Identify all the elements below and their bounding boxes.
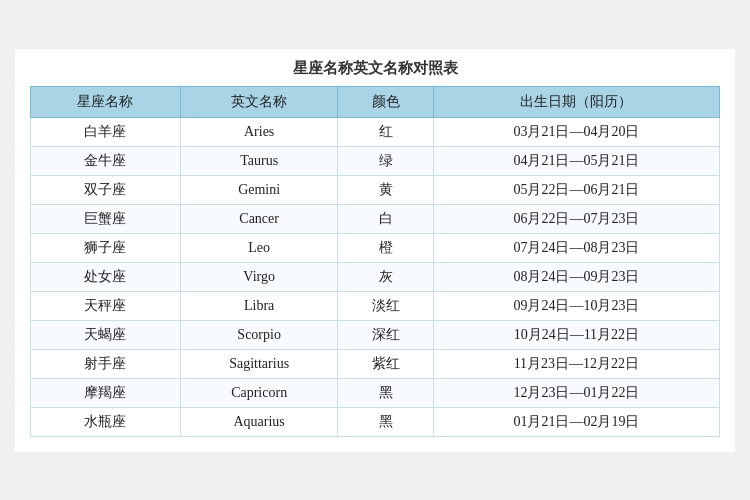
cell-color: 黄 bbox=[338, 175, 433, 204]
cell-color: 黑 bbox=[338, 378, 433, 407]
cell-english: Capricorn bbox=[180, 378, 337, 407]
cell-color: 黑 bbox=[338, 407, 433, 436]
cell-color: 白 bbox=[338, 204, 433, 233]
cell-english: Aquarius bbox=[180, 407, 337, 436]
cell-color: 橙 bbox=[338, 233, 433, 262]
cell-english: Libra bbox=[180, 291, 337, 320]
zodiac-table: 星座名称 英文名称 颜色 出生日期（阳历） 白羊座Aries红03月21日—04… bbox=[30, 86, 720, 437]
table-row: 水瓶座Aquarius黑01月21日—02月19日 bbox=[31, 407, 720, 436]
cell-color: 淡红 bbox=[338, 291, 433, 320]
cell-english: Cancer bbox=[180, 204, 337, 233]
cell-chinese: 巨蟹座 bbox=[31, 204, 181, 233]
cell-dates: 07月24日—08月23日 bbox=[433, 233, 719, 262]
cell-color: 紫红 bbox=[338, 349, 433, 378]
table-row: 巨蟹座Cancer白06月22日—07月23日 bbox=[31, 204, 720, 233]
cell-dates: 12月23日—01月22日 bbox=[433, 378, 719, 407]
cell-english: Leo bbox=[180, 233, 337, 262]
cell-chinese: 水瓶座 bbox=[31, 407, 181, 436]
table-header-row: 星座名称 英文名称 颜色 出生日期（阳历） bbox=[31, 86, 720, 117]
cell-chinese: 处女座 bbox=[31, 262, 181, 291]
table-row: 天蝎座Scorpio深红10月24日—11月22日 bbox=[31, 320, 720, 349]
cell-dates: 09月24日—10月23日 bbox=[433, 291, 719, 320]
cell-dates: 03月21日—04月20日 bbox=[433, 117, 719, 146]
cell-color: 红 bbox=[338, 117, 433, 146]
cell-dates: 06月22日—07月23日 bbox=[433, 204, 719, 233]
col-header-dates: 出生日期（阳历） bbox=[433, 86, 719, 117]
cell-chinese: 白羊座 bbox=[31, 117, 181, 146]
table-row: 射手座Sagittarius紫红11月23日—12月22日 bbox=[31, 349, 720, 378]
cell-dates: 10月24日—11月22日 bbox=[433, 320, 719, 349]
cell-chinese: 狮子座 bbox=[31, 233, 181, 262]
cell-dates: 05月22日—06月21日 bbox=[433, 175, 719, 204]
table-row: 摩羯座Capricorn黑12月23日—01月22日 bbox=[31, 378, 720, 407]
cell-english: Taurus bbox=[180, 146, 337, 175]
cell-dates: 01月21日—02月19日 bbox=[433, 407, 719, 436]
table-row: 处女座Virgo灰08月24日—09月23日 bbox=[31, 262, 720, 291]
cell-english: Scorpio bbox=[180, 320, 337, 349]
cell-english: Aries bbox=[180, 117, 337, 146]
cell-english: Sagittarius bbox=[180, 349, 337, 378]
cell-dates: 04月21日—05月21日 bbox=[433, 146, 719, 175]
cell-color: 灰 bbox=[338, 262, 433, 291]
cell-chinese: 天秤座 bbox=[31, 291, 181, 320]
cell-chinese: 射手座 bbox=[31, 349, 181, 378]
col-header-chinese: 星座名称 bbox=[31, 86, 181, 117]
table-row: 天秤座Libra淡红09月24日—10月23日 bbox=[31, 291, 720, 320]
cell-english: Gemini bbox=[180, 175, 337, 204]
cell-dates: 11月23日—12月22日 bbox=[433, 349, 719, 378]
cell-english: Virgo bbox=[180, 262, 337, 291]
cell-chinese: 金牛座 bbox=[31, 146, 181, 175]
col-header-english: 英文名称 bbox=[180, 86, 337, 117]
cell-chinese: 摩羯座 bbox=[31, 378, 181, 407]
table-row: 双子座Gemini黄05月22日—06月21日 bbox=[31, 175, 720, 204]
cell-dates: 08月24日—09月23日 bbox=[433, 262, 719, 291]
col-header-color: 颜色 bbox=[338, 86, 433, 117]
cell-color: 绿 bbox=[338, 146, 433, 175]
cell-chinese: 天蝎座 bbox=[31, 320, 181, 349]
cell-chinese: 双子座 bbox=[31, 175, 181, 204]
cell-color: 深红 bbox=[338, 320, 433, 349]
table-row: 狮子座Leo橙07月24日—08月23日 bbox=[31, 233, 720, 262]
main-container: 星座名称英文名称对照表 星座名称 英文名称 颜色 出生日期（阳历） 白羊座Ari… bbox=[15, 49, 735, 452]
table-row: 金牛座Taurus绿04月21日—05月21日 bbox=[31, 146, 720, 175]
page-title: 星座名称英文名称对照表 bbox=[30, 59, 720, 78]
table-row: 白羊座Aries红03月21日—04月20日 bbox=[31, 117, 720, 146]
